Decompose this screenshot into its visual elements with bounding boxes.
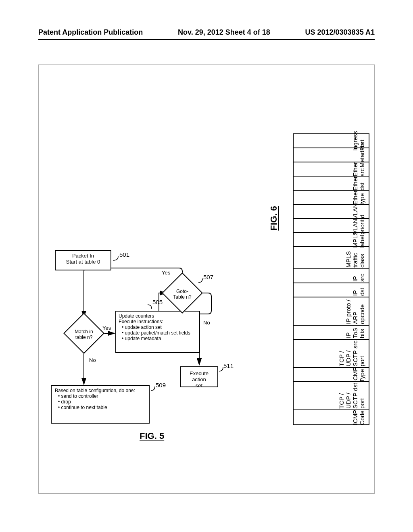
update-exec: Execute instructions: [119, 319, 197, 324]
start-line2: Start at table 0 [58, 259, 108, 265]
decision-goto: Goto- Table n? [162, 272, 203, 314]
goto-l2: Table n? [168, 294, 197, 300]
field-cell: Ether type [352, 190, 365, 205]
field-cell: MPLS label [352, 231, 365, 248]
start-line1: Packet In [58, 253, 108, 259]
match-fields-table: Ingress Port Metadata Ether src Ether ds… [293, 133, 369, 425]
exec-box: Execute action set [180, 366, 218, 387]
update-b2: update packet/match set fields [119, 330, 197, 336]
update-b3: update metadata [119, 336, 197, 341]
field-cell: ICMP Code [352, 410, 365, 425]
flowchart-fig5: Packet In Start at table 0 501 Match in … [47, 250, 224, 484]
field-cell: TCP / UDP / SCTP dst port [338, 383, 365, 409]
ref-505: 505 [152, 299, 163, 305]
label-yes-1: Yes [102, 325, 111, 331]
field-cell: Ether src [352, 162, 365, 177]
field-cell: IP dst [352, 284, 365, 296]
field-cell: ICMP Type [352, 367, 365, 382]
update-head: Update counters [119, 313, 197, 319]
field-cell: IP proto / ARP opcode [345, 298, 365, 324]
field-cell: IP ToS bits [345, 326, 365, 338]
page-header: Patent Application Publication Nov. 29, … [38, 0, 375, 40]
decision-match: Match in table n? [63, 313, 104, 354]
ref-511: 511 [223, 362, 234, 369]
based-head: Based on table configuration, do one: [55, 388, 146, 393]
goto-l1: Goto- [168, 289, 197, 294]
based-b3: continue to next table [55, 405, 146, 410]
header-right: US 2012/0303835 A1 [305, 28, 375, 37]
ref-509: 509 [156, 382, 166, 389]
match-l1: Match in [69, 329, 98, 335]
label-no-2: No [203, 320, 210, 326]
fig6-label: FIG. 6 [269, 206, 279, 231]
update-box: Update counters Execute instructions: up… [115, 311, 200, 353]
header-center: Nov. 29, 2012 Sheet 4 of 18 [178, 28, 270, 37]
field-cell: TCP / UDP / SCTP src port [338, 341, 365, 366]
based-box: Based on table configuration, do one: se… [51, 385, 150, 424]
based-b1: send to controller [55, 393, 146, 399]
field-cell: MPLS traffic class [345, 248, 365, 268]
exec-l2: set [183, 382, 215, 389]
field-cell: IP src [352, 270, 365, 282]
field-cell: Ether dst [352, 176, 365, 191]
fig5-label: FIG. 5 [140, 431, 164, 441]
start-box: Packet In Start at table 0 [55, 250, 111, 270]
update-b1: update action set [119, 324, 197, 330]
label-no-1: No [89, 357, 96, 363]
ref-501: 501 [119, 251, 129, 258]
exec-l1: Execute action [183, 370, 215, 382]
label-yes-2: Yes [162, 270, 170, 276]
match-l2: table n? [69, 335, 98, 340]
based-b2: drop [55, 399, 146, 405]
header-left: Patent Application Publication [38, 28, 143, 37]
ref-507: 507 [203, 274, 213, 281]
figure-area: Packet In Start at table 0 501 Match in … [38, 64, 375, 494]
